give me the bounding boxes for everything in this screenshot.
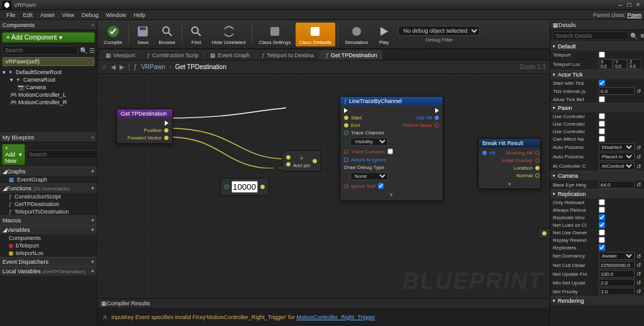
literal-out[interactable] (260, 185, 265, 189)
menu-debug[interactable]: Debug (78, 12, 103, 18)
favorite-icon[interactable]: ☆ (101, 63, 107, 70)
compiler-link[interactable]: MotionController_Right_Trigger (296, 314, 375, 320)
compiler-results-header[interactable]: ▦ Compiler Results (97, 299, 550, 308)
xyz-field[interactable]: X 0.0 (599, 59, 613, 69)
functions-section-header[interactable]: ◢Functions (20 Overridable)+ (0, 183, 97, 193)
nav-fwd-icon[interactable]: ▶ (119, 63, 125, 70)
blockinghit-pin[interactable]: Blocking Hit (502, 150, 540, 156)
details-checkbox[interactable] (599, 207, 605, 213)
xyz-field[interactable]: Y 0.0 (613, 59, 627, 69)
tree-item-motioncontroller-r[interactable]: 🎮MotionController_R (1, 99, 96, 106)
exec-out-pin[interactable] (128, 121, 169, 126)
ignoreself-row[interactable]: Ignore Self (344, 182, 439, 190)
node-header[interactable]: Break Hit Result (479, 139, 540, 148)
node-partial[interactable] (538, 228, 550, 239)
add-dispatcher-icon[interactable]: + (91, 259, 94, 265)
end-pin[interactable]: End (344, 122, 360, 128)
node-multiply[interactable]: ＋ Add pin (282, 150, 321, 171)
exec-out-pin[interactable] (435, 108, 439, 113)
details-panel-header[interactable]: ▦ Details (550, 20, 644, 30)
variable-group-components[interactable]: Components (0, 234, 97, 242)
myblueprint-panel-header[interactable]: My Blueprint× (0, 133, 97, 143)
add-localvar-icon[interactable]: + (91, 268, 94, 274)
mult-in-a[interactable] (286, 155, 291, 160)
myblueprint-search-input[interactable] (26, 150, 102, 159)
self-component-tag[interactable]: VRPawn(self) (3, 57, 94, 66)
start-pin[interactable]: Start (344, 115, 362, 121)
tab-viewport[interactable]: ▦Viewport (100, 50, 141, 60)
tree-item-cameraroot[interactable]: ▾✦CameraRoot (1, 76, 96, 84)
details-checkbox[interactable] (599, 128, 605, 134)
details-checkbox[interactable] (599, 244, 605, 251)
function-item[interactable]: ƒGetTPDestination (0, 200, 97, 208)
expand-icon[interactable]: ▾ (344, 192, 439, 198)
node-header[interactable]: Get TPDestination (117, 109, 172, 118)
node-header[interactable]: ƒLineTraceByChannel (340, 97, 443, 106)
window-close-button[interactable]: × (635, 1, 641, 8)
literal-value-input[interactable] (231, 181, 258, 193)
details-checkbox[interactable] (599, 136, 605, 142)
save-button[interactable]: Save (131, 23, 154, 46)
add-macro-icon[interactable]: + (91, 217, 94, 224)
tree-item-camera[interactable]: 📷Camera (1, 84, 96, 91)
details-checkbox[interactable] (599, 222, 605, 228)
components-panel-header[interactable]: Components× (0, 20, 97, 30)
macros-section-header[interactable]: Macros+ (0, 215, 97, 225)
tab-eventgraph[interactable]: ▦Event Graph (204, 50, 255, 60)
xyz-field[interactable]: Z 0.0 (628, 59, 641, 69)
details-checkbox[interactable] (599, 229, 605, 236)
reset-icon[interactable]: ↺ (636, 280, 641, 286)
initialoverlap-pin[interactable]: Initial Overlap (502, 158, 540, 163)
find-button[interactable]: Find (185, 23, 208, 46)
details-section-header[interactable]: Actor Tick (550, 70, 644, 79)
graph-canvas[interactable]: Get TPDestination Position Forward Vecto… (97, 74, 550, 298)
class-settings-button[interactable]: Class Settings (255, 23, 294, 46)
window-maximize-button[interactable]: □ (626, 1, 633, 8)
actorstoignore-row[interactable]: Actors to Ignore (344, 157, 439, 163)
menu-file[interactable]: File (3, 12, 19, 18)
expand-icon[interactable]: ▾ (479, 181, 540, 188)
node-get-tpdestination[interactable]: Get TPDestination Position Forward Vecto… (116, 109, 173, 144)
graph-item-eventgraph[interactable]: ▦EventGraph (0, 176, 97, 183)
details-search-input[interactable] (553, 31, 628, 40)
outhit-pin[interactable]: Out Hit (416, 115, 439, 121)
nav-back-icon[interactable]: ◀ (111, 63, 116, 70)
details-text-input[interactable] (599, 270, 635, 278)
menu-window[interactable]: Window (102, 12, 130, 18)
exec-in-pin[interactable] (344, 108, 348, 113)
tab-teleport[interactable]: ƒTeleport to Destina (256, 50, 319, 60)
details-select[interactable]: Disabled (599, 143, 635, 151)
components-options-icon[interactable]: ☰ (89, 46, 95, 55)
reset-icon[interactable]: ↺ (636, 271, 641, 277)
debug-object-select[interactable]: No debug object selected (398, 26, 480, 36)
details-checkbox[interactable] (599, 96, 605, 102)
menu-edit[interactable]: Edit (19, 12, 37, 18)
node-linetracebychannel[interactable]: ƒLineTraceByChannel Start Out Hit End Re… (340, 96, 443, 201)
tracecomplex-row[interactable]: Trace Complex (344, 148, 439, 155)
eventdispatchers-section-header[interactable]: Event Dispatchers+ (0, 257, 97, 266)
details-section-header[interactable]: Replication (550, 189, 644, 198)
details-checkbox[interactable] (599, 52, 605, 58)
details-checkbox[interactable] (599, 80, 605, 86)
graphs-section-header[interactable]: ◢Graphs+ (0, 166, 97, 176)
window-minimize-button[interactable]: – (617, 1, 624, 8)
add-function-icon[interactable]: + (91, 185, 94, 192)
reset-icon[interactable]: ↺ (636, 154, 641, 160)
node-literal-float[interactable] (220, 178, 269, 196)
tree-item-motioncontroller-l[interactable]: 🎮MotionController_L (1, 91, 96, 99)
compile-button[interactable]: Compile (100, 23, 126, 46)
tab-gettpdestination[interactable]: ƒGet TPDestination (320, 50, 382, 60)
returnvalue-pin[interactable]: Return Value (403, 122, 439, 128)
tree-item-defaultsceneroot[interactable]: ▾✦DefaultSceneRoot (1, 68, 96, 76)
function-item[interactable]: ƒConstructionScript (0, 193, 97, 200)
details-checkbox[interactable] (599, 121, 605, 127)
details-text-input[interactable] (599, 87, 635, 95)
components-search-input[interactable] (3, 46, 78, 55)
breadcrumb-fn[interactable]: VRPawn (141, 63, 165, 70)
details-checkbox[interactable] (599, 237, 605, 243)
close-icon[interactable]: × (91, 22, 94, 28)
add-new-button[interactable]: + Add New▾ (2, 144, 25, 165)
details-select[interactable]: AIControll (599, 162, 635, 170)
details-section-header[interactable]: Default (550, 41, 644, 51)
details-checkbox[interactable] (599, 113, 605, 119)
